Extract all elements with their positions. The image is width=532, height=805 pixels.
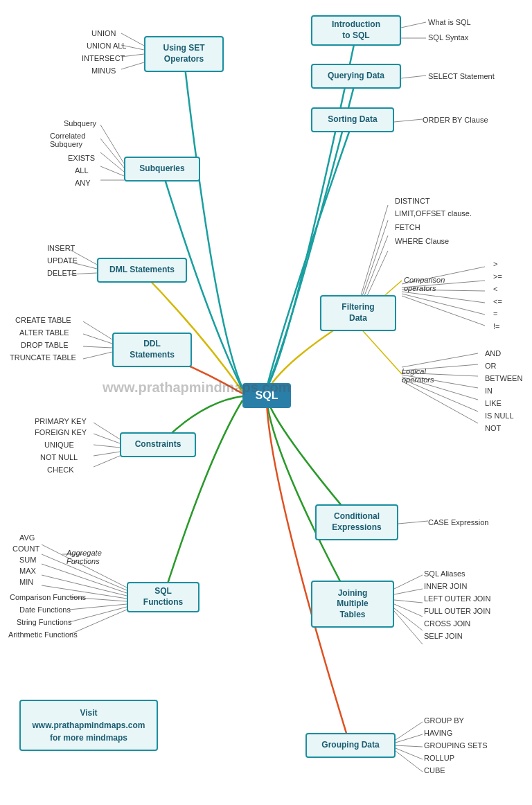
svg-line-24: [394, 575, 423, 589]
leaf-eq: =: [493, 310, 497, 318]
svg-line-16: [402, 353, 478, 367]
svg-line-21: [402, 379, 478, 412]
leaf-fetch: FETCH: [395, 223, 420, 231]
svg-line-13: [402, 294, 485, 315]
leaf-droptable: DROP TABLE: [21, 341, 68, 349]
subqueries-label: Subqueries: [139, 163, 184, 175]
svg-line-33: [396, 748, 423, 759]
joining-label: JoiningMultipleTables: [337, 588, 368, 621]
svg-line-52: [94, 434, 120, 443]
leaf-not: NOT: [485, 424, 501, 432]
ddl-node: DDLStatements: [112, 333, 192, 367]
aggregate-label: AggregateFunctions: [66, 549, 102, 565]
leaf-delete: DELETE: [47, 269, 77, 277]
svg-line-12: [402, 292, 485, 303]
leaf-foreignkey: FOREIGN KEY: [35, 428, 87, 436]
svg-line-25: [394, 589, 423, 594]
constraints-node: Constraints: [120, 432, 196, 457]
svg-line-29: [394, 611, 423, 644]
leaf-groupingsets: GROUPING SETS: [424, 741, 488, 750]
leaf-altertable: ALTER TABLE: [19, 328, 69, 337]
sorting-label: Sorting Data: [328, 114, 377, 125]
leaf-innerjoin: INNER JOIN: [424, 582, 467, 590]
leaf-whatis: What is SQL: [428, 18, 471, 26]
svg-line-2: [401, 76, 426, 78]
svg-line-55: [94, 456, 120, 467]
dml-node: DML Statements: [97, 258, 187, 283]
leaf-isnull: IS NULL: [485, 412, 514, 420]
querying-label: Querying Data: [328, 71, 384, 82]
querying-node: Querying Data: [311, 64, 401, 89]
leaf-where: WHERE Clause: [395, 237, 449, 245]
leaf-minus: MINUS: [91, 67, 116, 75]
setops-node: Using SETOperators: [144, 36, 224, 72]
setops-label: Using SETOperators: [163, 43, 204, 64]
leaf-arithmeticfuncs: Arithmetic Functions: [8, 630, 78, 639]
svg-line-62: [69, 604, 127, 610]
sqlfuncs-node: SQLFunctions: [127, 582, 200, 612]
svg-line-22: [402, 381, 478, 423]
svg-line-30: [396, 722, 423, 740]
svg-line-3: [394, 119, 423, 122]
leaf-in: IN: [485, 387, 493, 395]
svg-line-15: [358, 326, 402, 374]
leaf-having: HAVING: [424, 729, 452, 737]
svg-line-27: [394, 604, 423, 617]
leaf-limit: LIMIT,OFFSET clause.: [395, 209, 472, 218]
conditional-label: ConditionalExpressions: [332, 511, 381, 533]
grouping-label: Grouping Data: [321, 740, 379, 751]
leaf-leftjoin: LEFT OUTER JOIN: [424, 594, 490, 603]
svg-line-14: [402, 296, 485, 326]
comparison-label: Comparisonoperators: [404, 276, 445, 292]
leaf-datefuncs: Date Functions: [19, 605, 71, 614]
svg-line-47: [83, 321, 112, 339]
constraints-label: Constraints: [135, 439, 181, 450]
leaf-sum: SUM: [19, 556, 36, 564]
leaf-lt: <: [493, 285, 497, 293]
leaf-selfjoin: SELF JOIN: [424, 632, 463, 640]
svg-line-28: [394, 608, 423, 630]
leaf-cube: CUBE: [424, 766, 445, 775]
leaf-max: MAX: [19, 567, 36, 575]
leaf-between: BETWEEN: [485, 374, 522, 382]
svg-line-38: [121, 62, 144, 69]
leaf-insert: INSERT: [47, 244, 75, 252]
leaf-gt: >: [493, 260, 497, 268]
leaf-rollup: ROLLUP: [424, 754, 454, 762]
leaf-and: AND: [485, 349, 501, 357]
svg-line-51: [94, 423, 120, 439]
leaf-like: LIKE: [485, 399, 502, 407]
promo-box: Visit www.prathapmindmaps.comfor more mi…: [19, 700, 158, 751]
logical-label: Logicaloperators: [402, 367, 434, 384]
leaf-min: MIN: [19, 578, 33, 586]
leaf-union: UNION: [91, 29, 116, 37]
leaf-subquery: Subquery: [64, 119, 96, 127]
svg-line-42: [100, 166, 124, 176]
svg-line-58: [42, 564, 127, 593]
svg-line-32: [396, 745, 423, 747]
leaf-intersect: INTERSECT: [82, 54, 125, 62]
sqlfuncs-label: SQLFunctions: [143, 586, 183, 608]
joining-node: JoiningMultipleTables: [311, 581, 394, 628]
leaf-notnull: NOT NULL: [40, 453, 78, 461]
leaf-primarykey: PRIMARY KEY: [35, 417, 87, 425]
leaf-neq: !=: [493, 322, 499, 330]
leaf-gte: >=: [493, 272, 502, 281]
svg-line-23: [398, 521, 428, 524]
dml-label: DML Statements: [109, 265, 175, 276]
svg-line-26: [394, 600, 423, 603]
grouping-node: Grouping Data: [305, 733, 396, 758]
svg-line-49: [83, 346, 112, 348]
leaf-exists: EXISTS: [68, 154, 95, 162]
leaf-orderby: ORDER BY Clause: [423, 116, 488, 124]
svg-line-39: [100, 125, 124, 163]
leaf-any: ANY: [75, 179, 91, 187]
leaf-count: COUNT: [12, 545, 39, 553]
leaf-truncatetable: TRUNCATE TABLE: [10, 353, 76, 362]
svg-line-31: [396, 734, 423, 743]
leaf-createtable: CREATE TABLE: [15, 316, 71, 324]
svg-line-48: [83, 334, 112, 344]
svg-line-4: [358, 205, 388, 305]
leaf-crossjoin: CROSS JOIN: [424, 619, 470, 628]
svg-line-0: [401, 22, 426, 28]
